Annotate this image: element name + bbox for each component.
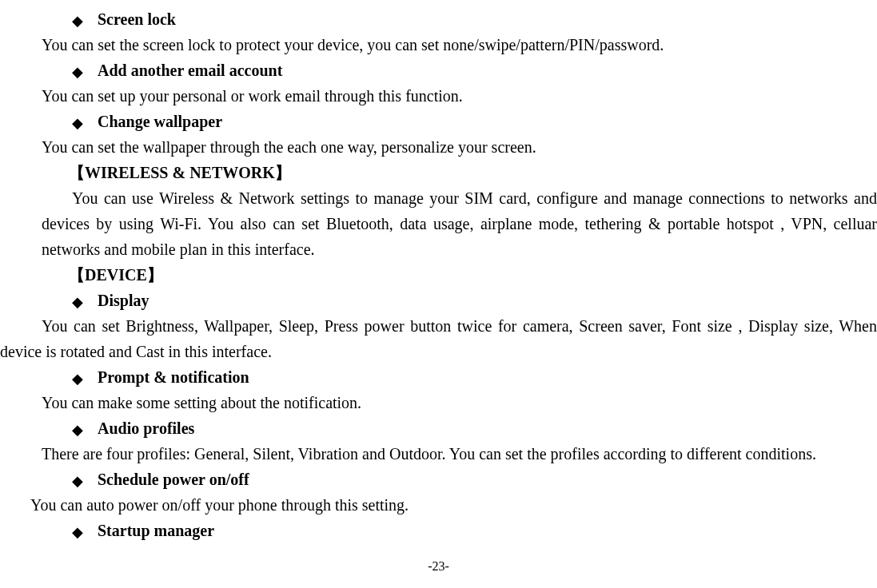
section-title: Schedule power on/off <box>98 467 249 492</box>
page-number: -23- <box>0 556 877 577</box>
section-title: Screen lock <box>98 6 176 32</box>
diamond-bullet-icon: ◆ <box>72 368 83 391</box>
section-title: Audio profiles <box>98 415 194 441</box>
diamond-bullet-icon: ◆ <box>72 10 83 33</box>
section-body: You can set Brightness, Wallpaper, Sleep… <box>0 313 877 364</box>
section-heading-audio-profiles: ◆ Audio profiles <box>0 415 877 441</box>
wireless-network-body: You can use Wireless & Network settings … <box>0 185 877 262</box>
diamond-bullet-icon: ◆ <box>72 419 83 442</box>
section-heading-startup-manager: ◆ Startup manager <box>0 518 877 543</box>
section-body: You can set the wallpaper through the ea… <box>0 134 877 160</box>
section-heading-add-email: ◆ Add another email account <box>0 58 877 83</box>
section-heading-schedule-power: ◆ Schedule power on/off <box>0 467 877 492</box>
section-title: Add another email account <box>98 58 282 83</box>
diamond-bullet-icon: ◆ <box>72 112 83 135</box>
section-heading-display: ◆ Display <box>0 288 877 313</box>
document-page: ◆ Screen lock You can set the screen loc… <box>0 6 877 577</box>
diamond-bullet-icon: ◆ <box>72 291 83 314</box>
section-title: Startup manager <box>98 518 214 543</box>
section-heading-screen-lock: ◆ Screen lock <box>0 6 877 32</box>
section-title: Display <box>98 288 149 313</box>
section-body: You can set the screen lock to protect y… <box>0 32 877 58</box>
section-title: Prompt & notification <box>98 364 249 390</box>
diamond-bullet-icon: ◆ <box>72 521 83 544</box>
section-body: You can make some setting about the noti… <box>0 390 877 415</box>
section-body: There are four profiles: General, Silent… <box>0 441 877 467</box>
section-heading-change-wallpaper: ◆ Change wallpaper <box>0 109 877 134</box>
wireless-network-heading: 【WIRELESS & NETWORK】 <box>0 160 877 185</box>
section-heading-prompt-notification: ◆ Prompt & notification <box>0 364 877 390</box>
section-body: You can set up your personal or work ema… <box>0 83 877 109</box>
section-title: Change wallpaper <box>98 109 222 134</box>
diamond-bullet-icon: ◆ <box>72 61 83 84</box>
diamond-bullet-icon: ◆ <box>72 470 83 493</box>
device-heading: 【DEVICE】 <box>0 262 877 288</box>
section-body: You can auto power on/off your phone thr… <box>0 492 877 518</box>
